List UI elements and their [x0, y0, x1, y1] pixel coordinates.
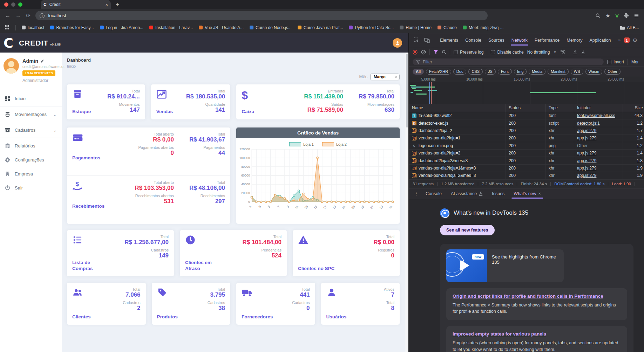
more-tabs-icon[interactable]: »: [616, 37, 623, 43]
initiator-link[interactable]: app.js:279: [577, 151, 596, 156]
network-conditions-icon[interactable]: [560, 50, 565, 54]
issues-count-badge[interactable]: 1: [624, 37, 630, 43]
filter-chip[interactable]: WS: [571, 69, 583, 75]
network-request-row[interactable]: {}detector-exec.js200scriptdetector.js:1…: [409, 119, 644, 127]
card-clientes-atraso[interactable]: Clientes em Atraso TotalR$ 101.484,00 Pe…: [180, 230, 287, 276]
bookmark-star-icon[interactable]: ★: [605, 12, 610, 19]
reload-icon[interactable]: ⟳: [26, 12, 30, 19]
disable-cache-checkbox[interactable]: Disable cache: [491, 50, 523, 55]
bookmark-item[interactable]: Branches for Easy...: [50, 25, 94, 30]
legend-item[interactable]: Loja 2: [322, 142, 347, 146]
bookmark-item[interactable]: Curso Java na Prát...: [298, 25, 343, 30]
devtools-tab-application[interactable]: Application: [586, 34, 614, 47]
sidebar-item-cadastros[interactable]: Cadastros ⌄: [0, 123, 62, 137]
card-produtos[interactable]: Produtos Total3.795 Cadastros38: [152, 283, 231, 325]
filter-chip[interactable]: JS: [485, 69, 496, 75]
search-icon[interactable]: [595, 13, 601, 18]
initiator-link[interactable]: fontawesome-all.css: [577, 113, 615, 118]
devtools-tab-elements[interactable]: Elements: [436, 34, 462, 47]
new-tab-button[interactable]: +: [116, 1, 119, 8]
network-request-row[interactable]: {;}dashboard?loja=2&mes=3200xhrapp.js:27…: [409, 157, 644, 164]
initiator-link[interactable]: app.js:279: [577, 173, 596, 178]
network-request-row[interactable]: {;}vendas-por-dia?loja=2200xhrapp.js:279…: [409, 150, 644, 157]
browser-menu-icon[interactable]: [634, 13, 639, 18]
extensions-puzzle-icon[interactable]: [624, 13, 629, 18]
filter-chip[interactable]: Other: [604, 69, 621, 75]
v-extension-icon[interactable]: V: [615, 13, 619, 19]
bookmark-item[interactable]: Meet: mdg-zfwq-...: [463, 25, 503, 30]
window-zoom-button[interactable]: [18, 2, 22, 7]
bookmark-item[interactable]: Curso de Node.js...: [250, 25, 292, 30]
column-header-size[interactable]: Size: [623, 104, 644, 112]
network-request-row[interactable]: {;}vendas-por-dia?loja=1200xhrapp.js:279…: [409, 134, 644, 142]
month-select[interactable]: Março: [370, 74, 400, 80]
invert-filter-checkbox[interactable]: Invert: [607, 60, 624, 64]
filter-chip[interactable]: All: [413, 69, 424, 75]
tab-close-icon[interactable]: ×: [105, 2, 108, 7]
throttling-select[interactable]: No throttling▼: [527, 50, 557, 55]
column-header-status[interactable]: Status: [506, 104, 546, 112]
legend-item[interactable]: Loja 1: [289, 142, 314, 146]
bookmark-item[interactable]: Claude: [438, 25, 457, 30]
initiator-link[interactable]: app.js:279: [577, 166, 596, 171]
initiator-link[interactable]: detector.js:1: [577, 121, 600, 126]
search-network-icon[interactable]: [442, 50, 446, 54]
export-har-icon[interactable]: [581, 50, 585, 55]
bookmark-item[interactable]: localhost: [22, 25, 44, 30]
column-header-name[interactable]: Name: [409, 104, 506, 112]
network-request-row[interactable]: {;}dashboard?loja=2200xhrapp.js:2791.7: [409, 127, 644, 134]
filter-chip[interactable]: CSS: [468, 69, 483, 75]
forward-icon[interactable]: →: [15, 13, 21, 19]
bookmark-item[interactable]: Vue JS - Usando A...: [199, 25, 244, 30]
network-request-row[interactable]: {;}vendas-por-dia?loja=1&mes=3200xhrapp.…: [409, 165, 644, 172]
sidebar-item-movimentacoes[interactable]: Movimentações ⌄: [0, 107, 62, 121]
filter-chip[interactable]: Media: [529, 69, 545, 75]
initiator-link[interactable]: app.js:279: [577, 158, 596, 163]
card-estoque[interactable]: Estoque TotalR$ 910.24... Movimentos147: [67, 84, 145, 119]
site-info-icon[interactable]: i: [40, 13, 45, 18]
card-pagamentos[interactable]: Pagamentos Total abertoR$ 0,00 Pagamento…: [67, 127, 230, 176]
filter-chip[interactable]: Wasm: [585, 69, 603, 75]
all-bookmarks-button[interactable]: All B...: [620, 25, 639, 30]
column-header-initiator[interactable]: Initiator: [574, 104, 623, 112]
filter-chip[interactable]: Doc: [453, 69, 467, 75]
initiator-link[interactable]: app.js:279: [577, 128, 596, 133]
inspect-element-icon[interactable]: [412, 37, 421, 43]
devtools-tab-network[interactable]: Network: [508, 34, 531, 47]
bookmark-item[interactable]: Installation - Larav...: [149, 25, 193, 30]
card-clientes-spc[interactable]: Clientes no SPC TotalR$ 0,00 Registros0: [293, 230, 400, 276]
sidebar-item-inicio[interactable]: Início: [0, 91, 62, 105]
network-request-row[interactable]: Tfa-solid-900.woff2200fontfontawesome-al…: [409, 112, 644, 119]
devtools-tab-console[interactable]: Console: [462, 34, 485, 47]
edit-pencil-icon[interactable]: [40, 59, 44, 63]
card-recebimentos[interactable]: $ Recebimentos Total abertoR$ 103.353,00…: [67, 176, 230, 224]
devtools-settings-gear-icon[interactable]: ⚙: [631, 37, 639, 43]
record-network-log-icon[interactable]: [413, 50, 418, 55]
filter-funnel-icon[interactable]: [433, 50, 438, 54]
browser-tab[interactable]: C Credit ×: [41, 0, 111, 9]
window-close-button[interactable]: [4, 2, 8, 7]
apps-grid-icon[interactable]: [5, 25, 9, 30]
drawer-menu-icon[interactable]: ⋮: [412, 191, 421, 196]
page-scrollbar[interactable]: [405, 53, 408, 352]
drawer-tab-issues[interactable]: Issues: [488, 188, 509, 199]
card-caixa[interactable]: $ Caixa EntradasR$ 151.439,00 SaídasR$ 7…: [236, 84, 400, 119]
network-request-row[interactable]: {;}vendas-por-dia?loja=2&mes=3200xhrapp.…: [409, 172, 644, 179]
filter-chip[interactable]: Manifest: [548, 69, 569, 75]
card-usuarios[interactable]: Usuários Ativos7 Total8: [321, 283, 400, 325]
sidebar-item-relatorios[interactable]: Relatórios: [0, 139, 62, 153]
url-input[interactable]: i localhost: [35, 11, 488, 20]
sidebar-item-configuracoes[interactable]: Configurações: [0, 153, 62, 167]
back-icon[interactable]: ←: [5, 13, 11, 19]
drawer-tab-what-s-new[interactable]: What's new×: [509, 188, 545, 199]
card-vendas[interactable]: Vendas TotalR$ 180.535,00 Quantidade141: [151, 84, 231, 119]
highlight-video-row[interactable]: new See the highlights from Chrome 135: [446, 249, 564, 282]
bookmark-item[interactable]: Log in - Jira Anron...: [100, 25, 143, 30]
more-filters-label[interactable]: Mor: [631, 60, 640, 64]
devtools-tab-sources[interactable]: Sources: [485, 34, 508, 47]
feature-link[interactable]: Origin and script links for profile and …: [453, 294, 621, 299]
drawer-tab-ai-assistance[interactable]: AI assistance: [447, 188, 487, 199]
initiator-link[interactable]: app.js:279: [577, 136, 596, 140]
drawer-tab-console[interactable]: Console: [421, 188, 446, 199]
bookmark-item[interactable]: Home | Home: [400, 25, 432, 30]
